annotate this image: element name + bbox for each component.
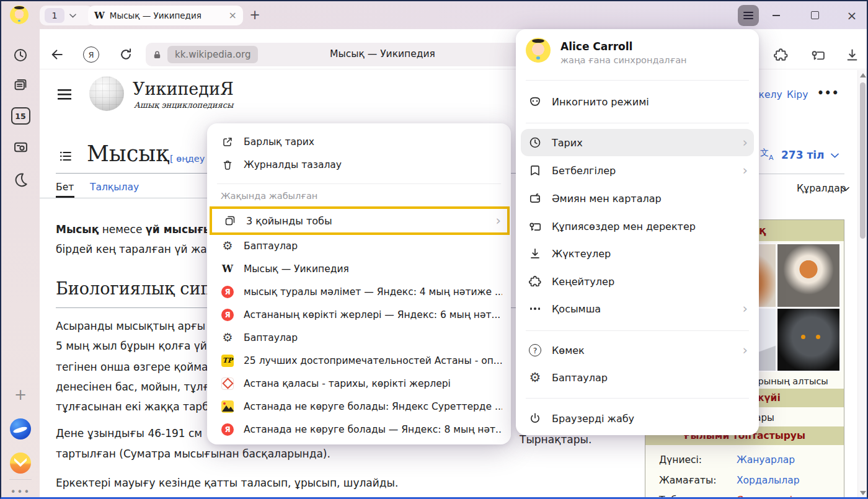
login-link[interactable]: Кіру <box>787 89 808 100</box>
chevron-right-icon: › <box>743 164 748 177</box>
minimize-icon <box>773 15 780 16</box>
taxonomy-link[interactable]: Хордалылар <box>737 475 800 486</box>
menu-item-clear-history[interactable]: Журналды тазалау <box>217 153 502 176</box>
scroll-down-icon[interactable] <box>860 491 866 495</box>
menu-item-bookmarks[interactable]: Бетбелгілер › <box>521 157 754 184</box>
mail-icon <box>10 453 31 474</box>
wiki-menu-button[interactable] <box>58 89 73 100</box>
menu-item-settings[interactable]: ⚙ Баптаулар <box>521 364 754 391</box>
paragraph-line: тегінен онша өзгере қоймаған <box>56 361 228 373</box>
menu-item-all-history[interactable]: Барлық тарих <box>217 130 502 153</box>
chevron-right-icon: › <box>743 136 748 149</box>
chevron-right-icon: › <box>743 344 748 357</box>
tools-button[interactable]: Құралдар <box>797 183 846 194</box>
incognito-mask-icon <box>528 95 542 108</box>
refresh-button[interactable] <box>118 47 133 62</box>
tab-group-counter[interactable]: 1 <box>40 6 93 25</box>
svg-text:文: 文 <box>760 148 769 157</box>
close-window-button[interactable]: × <box>839 1 864 29</box>
tab-article[interactable]: Бет <box>56 182 74 193</box>
browser-menu-button[interactable] <box>738 5 759 26</box>
sidebar-screenshot-button[interactable] <box>1 138 40 156</box>
downloads-button[interactable] <box>844 47 860 63</box>
sidebar-feed-button[interactable] <box>1 76 40 94</box>
menu-divider <box>217 183 501 184</box>
external-link-icon <box>221 135 234 149</box>
menu-item-history[interactable]: Тарих › <box>521 129 754 156</box>
menu-divider <box>526 398 749 399</box>
close-icon: × <box>847 9 857 22</box>
menu-item-yandex-search[interactable]: Я Астанада не көруге болады — Яндекс: 8 … <box>217 418 502 441</box>
passwords-button[interactable] <box>810 47 826 63</box>
menu-item-close-browser[interactable]: Браузерді жабу <box>521 405 754 432</box>
scrollbar-thumb[interactable] <box>860 82 866 239</box>
maximize-icon <box>811 11 819 19</box>
sidebar-divider <box>9 479 32 480</box>
menu-item-incognito[interactable]: Инкогнито режимі <box>521 88 754 115</box>
menu-item-help[interactable]: ? Көмек › <box>521 337 754 364</box>
menu-item-yandex-images[interactable]: Астанада не көруге болады: Яндекс Суретт… <box>217 395 502 418</box>
edit-link[interactable]: [ өңдеу ] <box>170 154 211 164</box>
tab-talk[interactable]: Талқылау <box>90 182 139 193</box>
sidebar-more-button[interactable]: ••• <box>1 486 40 498</box>
menu-item-wikipedia-page[interactable]: W Мысық — Уикипедия <box>217 257 502 280</box>
menu-item-settings[interactable]: ⚙ Баптаулар <box>217 326 502 349</box>
tab-count: 1 <box>45 8 64 23</box>
tripadvisor-favicon: TP <box>221 354 234 368</box>
back-arrow-icon <box>50 47 64 62</box>
extensions-button[interactable] <box>773 47 789 63</box>
contents-list-icon[interactable] <box>58 149 73 164</box>
browser-main-menu: Alice Carroll жаңа ғана синхрондалған Ин… <box>516 29 759 435</box>
sidebar-alice-app-button[interactable] <box>1 418 40 440</box>
scroll-up-icon[interactable] <box>860 73 866 77</box>
menu-item-wallet[interactable]: Әмиян мен карталар <box>521 185 754 212</box>
languages-button[interactable]: 273 тіл <box>781 149 825 161</box>
menu-item-extensions[interactable]: Кеңейтулер <box>521 268 754 295</box>
menu-item-tripadvisor-page[interactable]: TP 25 лучших достопримечательностей Аста… <box>217 349 502 372</box>
sidebar-calendar-button[interactable]: 15 <box>1 107 40 125</box>
recently-closed-header: Жақында жабылған <box>221 191 317 201</box>
profile-avatar[interactable] <box>526 38 551 63</box>
yandex-search-button[interactable]: Я <box>83 46 99 63</box>
profile-name[interactable]: Alice Carroll <box>560 40 632 53</box>
menu-item-astana-site[interactable]: Астана қаласы - тарихы, көрікті жерлері <box>217 372 502 395</box>
new-tab-button[interactable]: + <box>247 7 263 23</box>
download-icon <box>844 47 860 63</box>
back-button[interactable] <box>50 47 64 62</box>
browser-tab[interactable]: W Мысық — Уикипедия × <box>88 6 243 25</box>
moon-icon <box>12 171 29 188</box>
taxonomy-label: Дүниесі: <box>659 454 702 466</box>
sidebar-add-button[interactable]: + <box>1 386 40 404</box>
menu-item-downloads[interactable]: Жүктеулер <box>521 240 754 267</box>
sidebar-dark-mode-button[interactable] <box>1 170 40 188</box>
tab-group-icon <box>223 214 237 227</box>
wikipedia-logo-globe[interactable] <box>89 76 124 111</box>
close-tab-icon[interactable]: × <box>229 11 237 20</box>
yandex-favicon: Я <box>221 423 234 436</box>
profile-avatar[interactable] <box>10 6 29 24</box>
menu-item-tab-group[interactable]: 3 қойынды тобы › <box>210 206 510 235</box>
sidebar-history-button[interactable] <box>1 46 40 64</box>
lock-icon[interactable] <box>152 50 162 60</box>
language-icon: 文A <box>760 147 776 161</box>
menu-divider <box>526 80 749 81</box>
paragraph-line: 5 мың жыл бұрын қолға үйрет <box>56 340 226 352</box>
taxonomy-redlink[interactable]: Сүткоректілер <box>737 495 810 499</box>
menu-item-settings[interactable]: ⚙ Баптаулар <box>217 234 502 257</box>
yandex-favicon: Я <box>221 285 234 299</box>
menu-item-passwords[interactable]: Құпиясөздер мен деректер <box>521 213 754 240</box>
taxonomy-link[interactable]: Жануарлар <box>737 454 795 466</box>
page-scrollbar[interactable] <box>857 70 867 498</box>
more-dots-icon <box>528 302 542 316</box>
menu-item-yandex-search[interactable]: Я Астананың көрікті жерлері — Яндекс: 6 … <box>217 303 502 326</box>
sidebar-mail-button[interactable] <box>1 452 40 474</box>
minimize-button[interactable] <box>764 1 789 29</box>
menu-item-yandex-search[interactable]: Я мысық туралы мәлімет — Яндекс: 4 мың н… <box>217 280 502 303</box>
page-more-icon[interactable]: ••• <box>817 87 839 99</box>
maximize-button[interactable] <box>802 1 827 29</box>
url-chip[interactable]: kk.wikipedia.org <box>167 46 258 63</box>
key-folder-icon <box>528 219 542 233</box>
side-note-text: Тырнақтары. <box>520 433 591 446</box>
menu-item-more[interactable]: Қосымша › <box>521 295 754 322</box>
wikipedia-wordmark[interactable]: УикипедиЯ <box>133 79 234 99</box>
